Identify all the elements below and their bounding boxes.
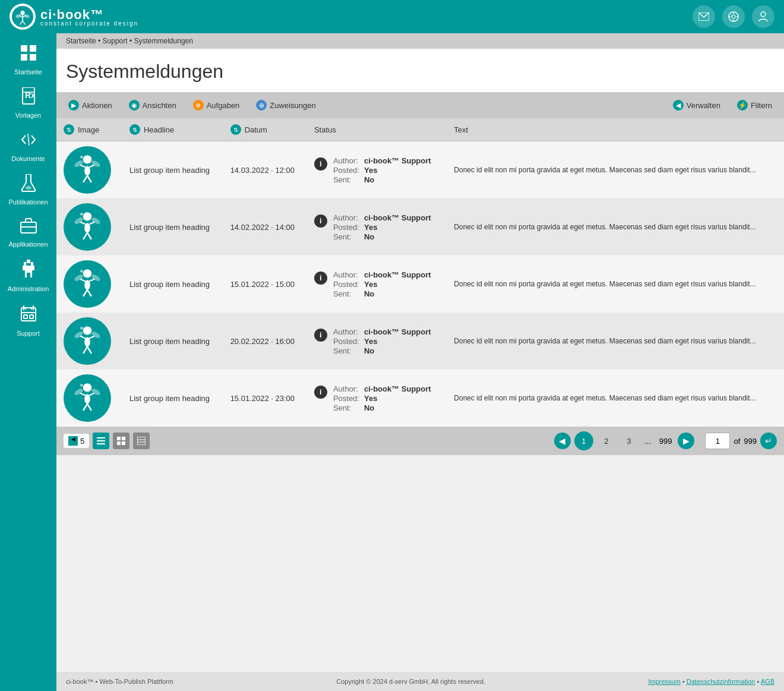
page-next-button[interactable]: ▶ [678, 433, 694, 449]
page-1-button[interactable]: 1 [574, 431, 593, 450]
svg-rect-88 [97, 437, 105, 438]
page-go-button[interactable]: ↵ [760, 433, 777, 449]
logo-area: ci·book™ constant corporate design [10, 4, 138, 30]
svg-point-85 [74, 387, 84, 396]
sidebar-item-vorlagen[interactable]: Rx Vorlagen [0, 81, 56, 125]
svg-point-61 [83, 269, 91, 277]
aufgaben-label: Aufgaben [207, 101, 240, 110]
status-grid-2: Author: ci-book™ Support Posted: Yes Sen… [333, 270, 431, 298]
footer: ci-book™ • Web-To-Publish Plattform Copy… [56, 672, 784, 691]
aufgaben-icon: ⊕ [193, 100, 204, 111]
page-2-button[interactable]: 2 [597, 431, 616, 450]
ansichten-button[interactable]: ◉ Ansichten [122, 96, 184, 114]
svg-rect-18 [30, 45, 36, 52]
view-grid-button[interactable] [113, 433, 129, 449]
filtern-label: Filtern [751, 101, 772, 110]
info-icon-1[interactable]: i [314, 214, 327, 228]
svg-line-45 [84, 176, 87, 182]
sidebar-item-dokumente[interactable]: Dokumente [0, 125, 56, 168]
cell-datum-0: 14.03.2022 · 12:00 [223, 141, 307, 199]
row-image-0 [64, 146, 111, 194]
aktionen-label: Aktionen [82, 101, 112, 110]
footer-datenschutz-link[interactable]: Datenschutzinformation [687, 678, 755, 685]
info-icon-2[interactable]: i [314, 272, 327, 285]
sidebar-label-administration: Administration [8, 285, 49, 292]
sidebar-label-vorlagen: Vorlagen [15, 112, 41, 119]
cell-image-2 [56, 255, 122, 313]
svg-rect-92 [122, 437, 125, 440]
of-label: of [734, 437, 740, 446]
info-icon-0[interactable]: i [314, 157, 327, 171]
email-button[interactable] [693, 5, 715, 28]
pagination-bar: ◀ 5 ◀ 1 2 3 ... 999 ▶ of 999 ↵ [56, 427, 784, 455]
view-list-button[interactable] [93, 433, 109, 449]
svg-point-50 [90, 159, 101, 168]
page-number-input[interactable] [705, 433, 730, 449]
cell-headline-4: List group item heading [122, 370, 223, 427]
breadcrumb-startseite[interactable]: Startseite [66, 37, 96, 45]
cell-headline-1: List group item heading [122, 198, 223, 255]
zuweisungen-button[interactable]: ⊕ Zuweisungen [249, 96, 323, 114]
compass-button[interactable] [722, 5, 745, 28]
cell-image-3 [56, 313, 122, 370]
footer-agb-link[interactable]: AGB [761, 678, 774, 685]
cell-headline-2: List group item heading [122, 255, 223, 313]
info-icon-4[interactable]: i [314, 386, 327, 399]
sidebar-label-startseite: Startseite [14, 68, 42, 75]
col-datum[interactable]: ⇅ Datum [223, 118, 307, 141]
svg-rect-94 [122, 441, 125, 445]
col-image[interactable]: ⇅ Image [56, 118, 122, 141]
info-icon-3[interactable]: i [314, 329, 327, 342]
per-page-button[interactable]: ◀ 5 [64, 434, 89, 448]
cell-status-4: i Author: ci-book™ Support Posted: Yes S… [307, 370, 447, 427]
aufgaben-button[interactable]: ⊕ Aufgaben [186, 96, 247, 114]
footer-left: ci-book™ • Web-To-Publish Plattform [66, 678, 173, 685]
user-button[interactable] [752, 5, 774, 28]
svg-point-86 [90, 387, 101, 396]
sidebar-item-support[interactable]: Support [0, 298, 56, 343]
page-input-area: of 999 ↵ [705, 433, 777, 449]
page-prev-button[interactable]: ◀ [554, 433, 571, 449]
svg-point-26 [26, 186, 31, 190]
breadcrumb-support[interactable]: Support [103, 37, 128, 45]
sort-icon-datum: ⇅ [230, 124, 241, 135]
cell-datum-2: 15.01.2022 · 15:00 [223, 255, 307, 313]
col-headline[interactable]: ⇅ Headline [122, 118, 223, 141]
col-headline-label: Headline [144, 125, 174, 134]
svg-line-63 [84, 290, 87, 296]
main-content: Startseite • Support • Systemmeldungen S… [56, 33, 784, 672]
row-image-1 [64, 203, 111, 251]
footer-sep1: • [682, 678, 687, 685]
verwalten-button[interactable]: ◀ Verwalten [666, 96, 728, 114]
text-preview-3: Donec id elit non mi porta gravida at eg… [454, 336, 777, 346]
text-preview-4: Donec id elit non mi porta gravida at eg… [454, 393, 777, 403]
sidebar-item-publikationen[interactable]: Publikationen [0, 168, 56, 212]
svg-point-68 [90, 273, 101, 282]
table-row: List group item heading 15.01.2022 · 23:… [56, 370, 784, 427]
page-3-button[interactable]: 3 [619, 431, 638, 450]
footer-impressum-link[interactable]: Impressum [648, 678, 680, 685]
sidebar-item-startseite[interactable]: Startseite [0, 38, 56, 81]
sidebar: Startseite Rx Vorlagen Dokumente [0, 33, 56, 691]
aktionen-button[interactable]: ▶ Aktionen [61, 96, 119, 114]
svg-rect-20 [30, 54, 36, 61]
filtern-button[interactable]: ⚡ Filtern [730, 96, 779, 114]
footer-center: Copyright © 2024 d-serv GmbH. All rights… [336, 678, 485, 685]
sort-icon-headline: ⇅ [129, 124, 140, 135]
svg-rect-33 [27, 260, 30, 263]
zuweisungen-icon: ⊕ [256, 100, 267, 111]
sidebar-item-applikationen[interactable]: Applikationen [0, 212, 56, 254]
logo-subtitle: constant corporate design [40, 20, 138, 27]
verwalten-label: Verwalten [687, 101, 720, 110]
svg-point-70 [83, 326, 91, 335]
svg-point-52 [83, 212, 91, 220]
svg-point-69 [80, 270, 83, 273]
code-icon [20, 131, 37, 153]
svg-line-24 [28, 134, 29, 146]
status-grid-3: Author: ci-book™ Support Posted: Yes Sen… [333, 327, 431, 355]
toolbar: ▶ Aktionen ◉ Ansichten ⊕ Aufgaben ⊕ Zuwe… [56, 92, 784, 118]
sidebar-item-administration[interactable]: Administration [0, 254, 56, 298]
header-actions [693, 5, 774, 28]
svg-line-54 [84, 233, 87, 239]
view-compact-button[interactable] [133, 433, 150, 449]
